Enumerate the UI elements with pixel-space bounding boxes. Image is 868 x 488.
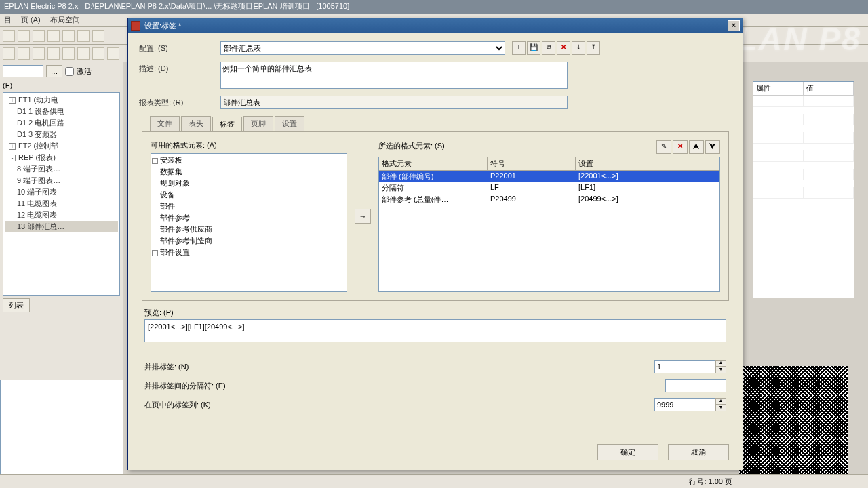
tree-node[interactable]: 12 电缆图表 — [5, 209, 118, 221]
table-row[interactable]: 部件 (部件编号)P22001[22001<...>] — [379, 171, 719, 182]
move-down-button[interactable]: ⮟ — [705, 140, 720, 154]
page-tree[interactable]: +FT1 (动力电D1 1 设备供电D1 2 电机回路D1 3 变频器+FT2 … — [3, 92, 120, 296]
toolbar-button[interactable] — [33, 30, 45, 42]
move-right-button[interactable]: → — [355, 209, 371, 224]
tab-2[interactable]: 标签 — [212, 117, 242, 132]
tree-node[interactable]: +FT2 (控制部 — [5, 140, 118, 152]
toolbar-button[interactable] — [47, 47, 60, 60]
desc-label: 描述: (D) — [139, 62, 220, 74]
remove-button[interactable]: ✕ — [673, 140, 688, 154]
tree-node[interactable]: D1 2 电机回路 — [5, 117, 118, 129]
activate-checkbox[interactable]: 激活 — [65, 66, 92, 77]
available-listbox[interactable]: +安装板+数据集+规划对象+设备+部件+部件参考+部件参考供应商+部件参考制造商… — [151, 153, 347, 292]
dialog-title: 设置:标签 * — [144, 21, 181, 31]
table-row[interactable]: 分隔符LF[LF1] — [379, 182, 719, 194]
tree-node[interactable]: -REP (报表) — [5, 152, 118, 163]
checkbox-label: 激活 — [77, 66, 92, 77]
toolbar-button[interactable] — [62, 47, 75, 60]
desc-textarea[interactable]: 例如一个简单的部件汇总表 — [220, 62, 568, 89]
toolbar-button[interactable] — [107, 47, 119, 60]
spin-down-icon[interactable]: ▼ — [715, 405, 726, 411]
col-header: 格式元素 — [379, 157, 488, 170]
col-header: 设置 — [576, 157, 719, 170]
list-item[interactable]: +部件参考 — [152, 212, 346, 224]
sidebyside-input[interactable] — [654, 360, 715, 373]
tree-node[interactable]: +FT1 (动力电 — [5, 94, 118, 106]
tab-0[interactable]: 文件 — [150, 116, 180, 131]
tree-node[interactable]: D1 3 变频器 — [5, 129, 118, 140]
tree-node[interactable]: 11 电缆图表 — [5, 198, 118, 209]
labelcols-input[interactable] — [654, 398, 715, 411]
filter-label: (F) — [3, 81, 120, 89]
settings-label-dialog: 设置:标签 * × 配置: (S) 部件汇总表 + 💾 ⧉ ✕ ⤓ ⤒ 描述: … — [127, 18, 743, 470]
delete-button[interactable]: ✕ — [557, 41, 570, 55]
tab-3[interactable]: 页脚 — [243, 116, 273, 131]
config-label: 配置: (S) — [139, 41, 220, 54]
toolbar-button[interactable] — [92, 47, 104, 60]
ok-button[interactable]: 确定 — [597, 444, 658, 460]
list-item[interactable]: +设备 — [152, 189, 346, 201]
menu-item[interactable]: 页 (A) — [21, 15, 41, 25]
spin-down-icon[interactable]: ▼ — [715, 367, 726, 373]
toolbar-button[interactable] — [18, 47, 30, 60]
browse-button[interactable]: … — [46, 65, 62, 77]
type-label: 报表类型: (R) — [139, 96, 220, 108]
tab-4[interactable]: 设置 — [275, 116, 304, 131]
spin-up-icon[interactable]: ▲ — [715, 360, 726, 367]
spin-up-icon[interactable]: ▲ — [715, 398, 726, 405]
import-button[interactable]: ⤓ — [572, 41, 585, 55]
list-item[interactable]: +部件参考供应商 — [152, 224, 346, 235]
cancel-button[interactable]: 取消 — [668, 444, 729, 460]
save-button[interactable]: 💾 — [527, 41, 540, 55]
table-row[interactable]: 部件参考 (总量(件…P20499[20499<...>] — [379, 194, 719, 205]
toolbar-button[interactable] — [62, 30, 75, 42]
filter-input[interactable] — [3, 65, 43, 77]
app-icon — [131, 21, 140, 30]
list-item[interactable]: +部件 — [152, 201, 346, 212]
toolbar-button[interactable] — [33, 47, 45, 60]
separator-label: 并排标签间的分隔符: (E) — [144, 381, 665, 391]
tree-node[interactable]: D1 1 设备供电 — [5, 106, 118, 117]
toolbar-button[interactable] — [77, 47, 90, 60]
toolbar-button[interactable] — [18, 30, 30, 42]
tab-panel: 可用的格式元素: (A) +安装板+数据集+规划对象+设备+部件+部件参考+部件… — [142, 131, 729, 301]
move-up-button[interactable]: ⮝ — [689, 140, 704, 154]
tree-tab[interactable]: 列表 — [3, 298, 30, 312]
toolbar-button[interactable] — [47, 30, 60, 42]
toolbar-button[interactable] — [77, 30, 90, 42]
list-item[interactable]: +规划对象 — [152, 178, 346, 189]
selected-label: 所选的格式元素: (S) — [378, 141, 445, 151]
dialog-titlebar[interactable]: 设置:标签 * × — [128, 18, 743, 33]
grid-header: 属性 — [753, 82, 804, 95]
tree-node[interactable]: 13 部件汇总… — [5, 221, 118, 232]
tree-node[interactable]: 10 端子图表 — [5, 186, 118, 198]
new-button[interactable]: + — [512, 41, 526, 55]
labelcols-label: 在页中的标签列: (K) — [144, 400, 654, 410]
close-icon[interactable]: × — [728, 20, 740, 31]
list-item[interactable]: +数据集 — [152, 166, 346, 178]
tab-1[interactable]: 表头 — [181, 116, 211, 131]
edit-button[interactable]: ✎ — [656, 140, 671, 154]
separator-input[interactable] — [665, 379, 726, 392]
list-item[interactable]: +部件参考制造商 — [152, 235, 346, 247]
toolbar-button[interactable] — [3, 47, 15, 60]
selected-table[interactable]: 格式元素 符号 设置 部件 (部件编号)P22001[22001<...>]分隔… — [378, 157, 720, 292]
preview-panel — [0, 380, 123, 474]
toolbar-button[interactable] — [3, 30, 15, 42]
list-item[interactable]: +安装板 — [152, 155, 346, 166]
tree-node[interactable]: 8 端子图表… — [5, 163, 118, 175]
grid-header: 值 — [804, 82, 854, 95]
preview-label: 预览: (P) — [144, 308, 732, 318]
config-combo[interactable]: 部件汇总表 — [220, 41, 505, 55]
menu-item[interactable]: 目 — [4, 15, 12, 25]
export-button[interactable]: ⤒ — [587, 41, 600, 55]
available-label: 可用的格式元素: (A) — [151, 140, 347, 150]
tree-node[interactable]: 9 端子图表… — [5, 175, 118, 186]
property-grid: 属性值 — [753, 81, 854, 298]
list-item[interactable]: +部件设置 — [152, 247, 346, 258]
toolbar-button[interactable] — [92, 30, 104, 42]
menu-item[interactable]: 布局空间 — [50, 15, 80, 25]
type-field — [220, 96, 568, 109]
app-titlebar: EPLAN Electric P8 2.x - D:\EPLAN\EPLAN P… — [0, 0, 868, 14]
copy-button[interactable]: ⧉ — [542, 41, 555, 55]
